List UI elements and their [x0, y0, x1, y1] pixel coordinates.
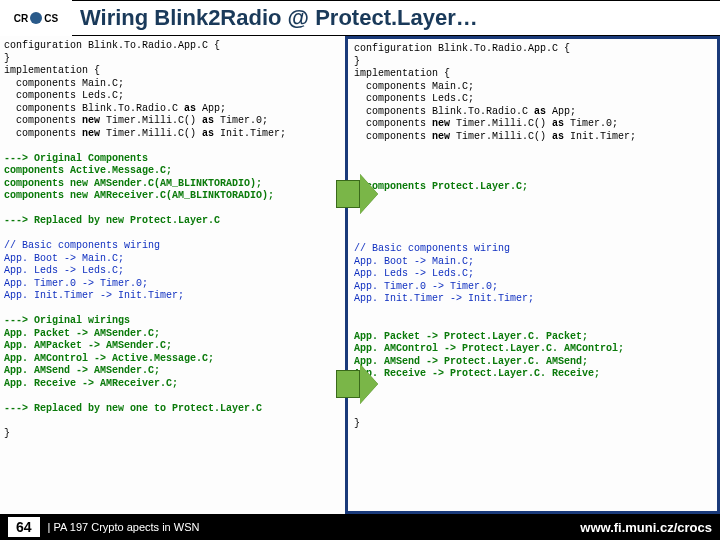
code-line: App. Leds -> Leds.C; [354, 268, 474, 279]
code-line: App. AMSend -> Protect.Layer.C. AMSend; [354, 356, 588, 367]
arrow-icon [336, 174, 378, 214]
code-line: components new AMSender.C(AM_BLINKTORADI… [4, 178, 262, 189]
code-line: } [354, 418, 360, 429]
footer-url: www.fi.muni.cz/crocs [580, 520, 712, 535]
code-line: components Blink.To.Radio.C as App; [354, 106, 576, 117]
code-line: components Active.Message.C; [4, 165, 172, 176]
right-column: configuration Blink.To.Radio.App.C { } i… [345, 36, 720, 514]
code-line: components Leds.C; [4, 90, 124, 101]
comment-line: ---> Original wirings [4, 315, 130, 326]
code-line: components new Timer.Milli.C() as Timer.… [4, 115, 268, 126]
comment-line: ---> Replaced by new Protect.Layer.C [4, 215, 220, 226]
code-line: configuration Blink.To.Radio.App.C { [354, 43, 570, 54]
code-line: implementation { [4, 65, 100, 76]
logo-circle-icon [30, 12, 42, 24]
code-line: App. AMSend -> AMSender.C; [4, 365, 160, 376]
code-line: App. Leds -> Leds.C; [4, 265, 124, 276]
code-line: App. AMControl -> Active.Message.C; [4, 353, 214, 364]
slide-title: Wiring Blink2Radio @ Protect.Layer… [72, 1, 720, 35]
code-line: App. Packet -> AMSender.C; [4, 328, 160, 339]
left-column: configuration Blink.To.Radio.App.C { } i… [0, 36, 345, 514]
code-line: components Main.C; [354, 81, 474, 92]
code-line: components Main.C; [4, 78, 124, 89]
code-line: components new Timer.Milli.C() as Init.T… [354, 131, 636, 142]
code-line: components new Timer.Milli.C() as Timer.… [354, 118, 618, 129]
code-line: } [4, 428, 10, 439]
code-line: components Leds.C; [354, 93, 474, 104]
code-line: components new Timer.Milli.C() as Init.T… [4, 128, 286, 139]
code-line: configuration Blink.To.Radio.App.C { [4, 40, 220, 51]
slide: CRCS Wiring Blink2Radio @ Protect.Layer…… [0, 0, 720, 540]
slide-number: 64 [8, 517, 40, 537]
code-line: App. Init.Timer -> Init.Timer; [354, 293, 534, 304]
arrow-icon [336, 364, 378, 404]
code-line: components Protect.Layer.C; [354, 181, 528, 192]
comment-line: // Basic components wiring [4, 240, 160, 251]
content: configuration Blink.To.Radio.App.C { } i… [0, 36, 720, 514]
code-line: App. AMControl -> Protect.Layer.C. AMCon… [354, 343, 624, 354]
code-line: components Blink.To.Radio.C as App; [4, 103, 226, 114]
code-line: App. Timer.0 -> Timer.0; [4, 278, 148, 289]
comment-line: ---> Replaced by new one to Protect.Laye… [4, 403, 262, 414]
logo: CRCS [0, 0, 72, 36]
header: CRCS Wiring Blink2Radio @ Protect.Layer… [0, 0, 720, 36]
logo-text: CRCS [14, 12, 58, 24]
code-line: App. Receive -> AMReceiver.C; [4, 378, 178, 389]
code-line: App. Boot -> Main.C; [4, 253, 124, 264]
code-line: App. AMPacket -> AMSender.C; [4, 340, 172, 351]
footer: 64 | PA 197 Crypto apects in WSN www.fi.… [0, 514, 720, 540]
code-line: App. Timer.0 -> Timer.0; [354, 281, 498, 292]
code-line: App. Receive -> Protect.Layer.C. Receive… [354, 368, 600, 379]
code-line: App. Packet -> Protect.Layer.C. Packet; [354, 331, 588, 342]
comment-line: // Basic components wiring [354, 243, 510, 254]
code-line: App. Boot -> Main.C; [354, 256, 474, 267]
code-line: implementation { [354, 68, 450, 79]
comment-line: ---> Original Components [4, 153, 148, 164]
footer-caption: | PA 197 Crypto apects in WSN [48, 521, 200, 533]
code-line: components new AMReceiver.C(AM_BLINKTORA… [4, 190, 274, 201]
code-line: App. Init.Timer -> Init.Timer; [4, 290, 184, 301]
